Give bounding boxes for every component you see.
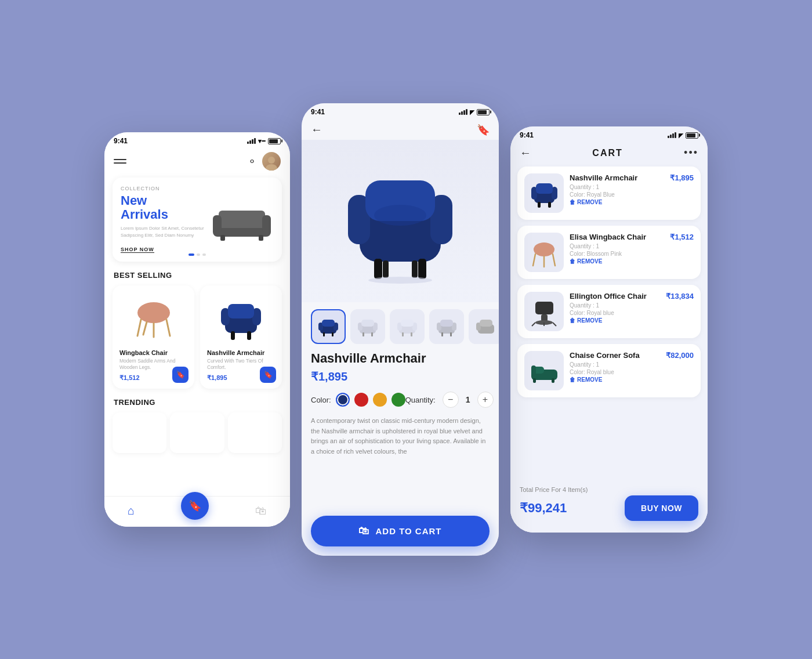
banner-sofa-image [210, 196, 274, 242]
product-description: A contemporary twist on classic mid-cent… [311, 416, 490, 457]
remove-ellington-button[interactable]: 🗑 REMOVE [570, 317, 660, 324]
cart-ellington-details: Ellington Office Chair Quantity : 1 Colo… [570, 292, 660, 324]
shop-now-button[interactable]: SHOP NOW [121, 247, 154, 253]
svg-rect-18 [247, 331, 251, 340]
cart-elisa-color: Color: Blossom Pink [570, 251, 664, 257]
product-card-nashville[interactable]: Nashville Armchair Curved With Two Tiers… [200, 285, 282, 389]
user-avatar[interactable] [262, 152, 281, 171]
phone-right-screen: 9:41 ◤ ← CART ••• [510, 126, 708, 533]
color-orange[interactable] [373, 393, 387, 407]
svg-point-23 [374, 205, 426, 226]
back-button[interactable]: ← [311, 123, 322, 136]
qty-increase-button[interactable]: + [477, 392, 494, 408]
banner-desc: Lorem Ipsum Dolor Sit Amet, Consetetur S… [121, 225, 210, 238]
svg-rect-45 [402, 332, 404, 336]
svg-rect-75 [533, 378, 536, 383]
phone-center: 9:41 ◤ ← 🔖 [302, 103, 499, 556]
status-bar-left: 9:41 ▾┉ [104, 132, 290, 147]
svg-rect-4 [213, 215, 222, 233]
svg-line-11 [166, 320, 170, 336]
svg-rect-60 [538, 202, 541, 208]
svg-line-69 [532, 323, 535, 326]
svg-rect-16 [228, 304, 254, 318]
cart-total-row: ₹99,241 BUY NOW [520, 495, 698, 521]
cart-back-button[interactable]: ← [520, 146, 531, 160]
status-time-center: 9:41 [311, 108, 325, 116]
svg-rect-34 [332, 332, 334, 336]
battery-icon-r [686, 132, 698, 139]
product-price-detail: ₹1,895 [311, 370, 490, 383]
search-button[interactable]: ⚬ [248, 155, 256, 168]
svg-line-63 [533, 254, 535, 266]
status-icons-center: ◤ [459, 109, 490, 115]
cart-elisa-details: Elisa Wingback Chair Quantity : 1 Color:… [570, 233, 664, 265]
battery-icon [268, 138, 281, 144]
cart-chaise-price: ₹82,000 [666, 351, 694, 360]
remove-chaise-button[interactable]: 🗑 REMOVE [570, 376, 660, 383]
phones-container: 9:41 ▾┉ ⚬ [104, 103, 708, 556]
status-icons-right: ◤ [668, 132, 698, 139]
cart-nashville-color: Color: Royal Blue [570, 191, 664, 198]
collection-label: COLLECTION [121, 186, 210, 191]
banner-dots [188, 254, 206, 256]
variant-blue[interactable] [311, 309, 346, 344]
cart-ellington-qty: Quantity : 1 [570, 302, 660, 309]
remove-elisa-button[interactable]: 🗑 REMOVE [570, 258, 664, 265]
cart-more-button[interactable]: ••• [684, 147, 698, 159]
add-to-cart-button[interactable]: 🛍 ADD TO CART [311, 516, 490, 546]
cart-item-ellington: Ellington Office Chair Quantity : 1 Colo… [517, 285, 701, 338]
product-card-wingback[interactable]: Wingback Chair Modern Saddle Arms And Wo… [113, 285, 194, 389]
color-red[interactable] [354, 393, 368, 407]
variant-light-2[interactable] [390, 309, 425, 344]
variant-light-3[interactable] [429, 309, 464, 344]
wingback-bookmark[interactable]: 🔖 [172, 367, 188, 383]
qty-decrease-button[interactable]: − [443, 392, 459, 408]
qty-section: Quantity: − 1 + [405, 392, 494, 408]
nashville-name: Nashville Armchair [207, 349, 275, 356]
svg-rect-17 [231, 331, 235, 340]
svg-rect-44 [401, 320, 414, 327]
home-icon: ⌂ [128, 504, 135, 517]
cart-topbar: ← CART ••• [510, 142, 708, 166]
variant-light-1[interactable] [350, 309, 385, 344]
cart-chaise-name: Chaise Corner Sofa [570, 351, 660, 360]
svg-point-8 [137, 302, 170, 323]
cart-item-ellington-img [524, 292, 564, 331]
product-detail-topbar: ← 🔖 [302, 118, 499, 140]
cart-item-elisa-img [524, 233, 564, 272]
phone-left: 9:41 ▾┉ ⚬ [104, 132, 290, 527]
trash-icon-1: 🗑 [570, 199, 575, 205]
top-nav-left: ⚬ [104, 147, 290, 178]
cart-ellington-price: ₹13,834 [666, 292, 694, 300]
phone-left-screen: 9:41 ▾┉ ⚬ [104, 132, 290, 527]
remove-nashville-label: REMOVE [577, 199, 602, 205]
buy-now-button[interactable]: BUY NOW [625, 495, 698, 521]
nav-cart[interactable]: 🛍 [255, 504, 267, 517]
nav-home[interactable]: ⌂ [128, 504, 135, 517]
product-hero-image [302, 140, 499, 302]
trending-item-2 [170, 412, 224, 453]
cart-ellington-name: Ellington Office Chair [570, 292, 660, 300]
banner-title-blue: New [121, 193, 147, 208]
cart-icon-atc: 🛍 [358, 525, 369, 537]
product-detail-info: Nashville Armchair ₹1,895 Color: Quantit… [302, 351, 499, 457]
color-navy[interactable] [336, 393, 350, 407]
remove-elisa-label: REMOVE [577, 258, 602, 265]
qty-label: Quantity: [405, 396, 436, 404]
fab-bookmark-button[interactable]: 🔖 [181, 492, 209, 520]
cart-item-elisa: Elisa Wingback Chair Quantity : 1 Color:… [517, 226, 701, 279]
nashville-bookmark[interactable]: 🔖 [260, 367, 276, 383]
remove-nashville-button[interactable]: 🗑 REMOVE [570, 199, 664, 205]
wingback-image [119, 292, 187, 345]
cart-elisa-qty: Quantity : 1 [570, 243, 664, 249]
variant-light-4[interactable] [469, 309, 499, 344]
svg-rect-52 [450, 332, 452, 336]
cart-items-list: Nashville Armchair Quantity : 1 Color: R… [510, 166, 708, 397]
phone-right: 9:41 ◤ ← CART ••• [510, 126, 708, 533]
qty-value: 1 [466, 395, 470, 404]
cart-nashville-price: ₹1,895 [670, 173, 694, 182]
wifi-icon: ▾┉ [258, 137, 266, 145]
menu-button[interactable] [114, 159, 126, 164]
color-green[interactable] [392, 393, 405, 407]
bookmark-button-detail[interactable]: 🔖 [477, 124, 490, 136]
